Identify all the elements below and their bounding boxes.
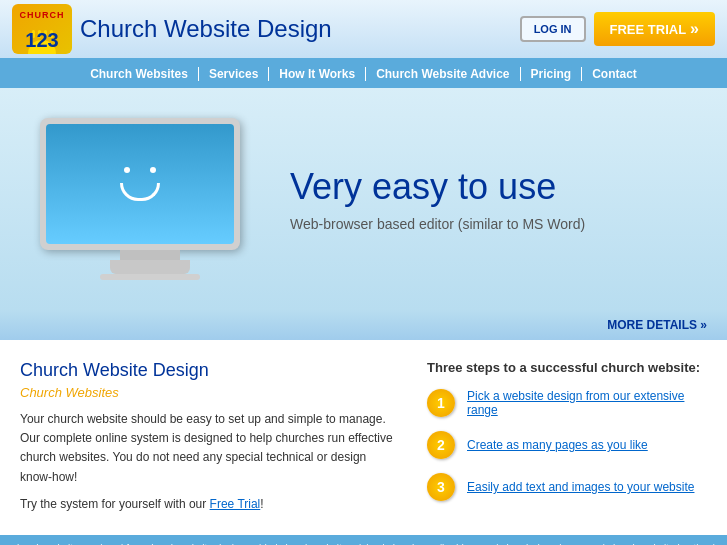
step-1-num: 1 (427, 389, 455, 417)
trial-text-wrap: Try the system for yourself with our Fre… (20, 497, 397, 511)
step-1: 1 Pick a website design from our extensi… (427, 389, 707, 417)
monitor-eye-left (124, 167, 130, 173)
monitor-base (120, 250, 180, 260)
trial-text: Try the system for yourself with our (20, 497, 210, 511)
logo-area: CHURCH 123 Church Website Design (12, 4, 332, 54)
monitor-foot (100, 274, 200, 280)
step-2-num: 2 (427, 431, 455, 459)
step-3-num: 3 (427, 473, 455, 501)
free-trial-label: FREE TRIAL (610, 22, 687, 37)
hero-section: Very easy to use Web-browser based edito… (0, 88, 727, 310)
monitor-eyes (124, 167, 156, 173)
free-trial-link[interactable]: Free Trial (210, 497, 261, 511)
content-title: Church Website Design (20, 360, 397, 381)
nav-services[interactable]: Services (199, 67, 269, 81)
login-button[interactable]: LOG IN (520, 16, 586, 42)
nav-church-website-advice[interactable]: Church Website Advice (366, 67, 520, 81)
main-content: Church Website Design Church Websites Yo… (0, 340, 727, 535)
hero-subtext: Web-browser based editor (similar to MS … (290, 216, 687, 232)
step-2: 2 Create as many pages as you like (427, 431, 707, 459)
content-subtitle: Church Websites (20, 385, 397, 400)
step-3: 3 Easily add text and images to your web… (427, 473, 707, 501)
header: CHURCH 123 Church Website Design LOG IN … (0, 0, 727, 58)
nav-church-websites[interactable]: Church Websites (80, 67, 199, 81)
monitor-smile (120, 183, 160, 201)
steps-title: Three steps to a successful church websi… (427, 360, 707, 375)
free-trial-button[interactable]: FREE TRIAL » (594, 12, 715, 46)
site-title: Church Website Design (80, 15, 332, 43)
monitor-eye-right (150, 167, 156, 173)
monitor-stand (110, 260, 190, 274)
step-2-link[interactable]: Create as many pages as you like (467, 438, 648, 452)
left-column: Church Website Design Church Websites Yo… (20, 360, 397, 515)
more-details[interactable]: MORE DETAILS » (0, 310, 727, 340)
nav-contact[interactable]: Contact (582, 67, 647, 81)
logo-church-text: CHURCH (12, 10, 72, 20)
step-1-link[interactable]: Pick a website design from our extensive… (467, 389, 707, 417)
footer: church website services | free church we… (0, 535, 727, 545)
monitor-wrap (40, 118, 260, 280)
trial-end: ! (260, 497, 263, 511)
hero-text: Very easy to use Web-browser based edito… (260, 166, 687, 232)
monitor-screen (46, 124, 234, 244)
step-3-link[interactable]: Easily add text and images to your websi… (467, 480, 694, 494)
nav-pricing[interactable]: Pricing (521, 67, 583, 81)
header-buttons: LOG IN FREE TRIAL » (520, 12, 715, 46)
monitor-face (120, 167, 160, 201)
right-column: Three steps to a successful church websi… (427, 360, 707, 515)
monitor (40, 118, 240, 250)
nav-how-it-works[interactable]: How It Works (269, 67, 366, 81)
navigation: Church WebsitesServicesHow It WorksChurc… (0, 58, 727, 88)
logo-box: CHURCH 123 (12, 4, 72, 54)
logo-123-text: 123 (12, 29, 72, 52)
content-body: Your church website should be easy to se… (20, 410, 397, 487)
hero-heading: Very easy to use (290, 166, 687, 208)
arrows-icon: » (690, 20, 699, 38)
